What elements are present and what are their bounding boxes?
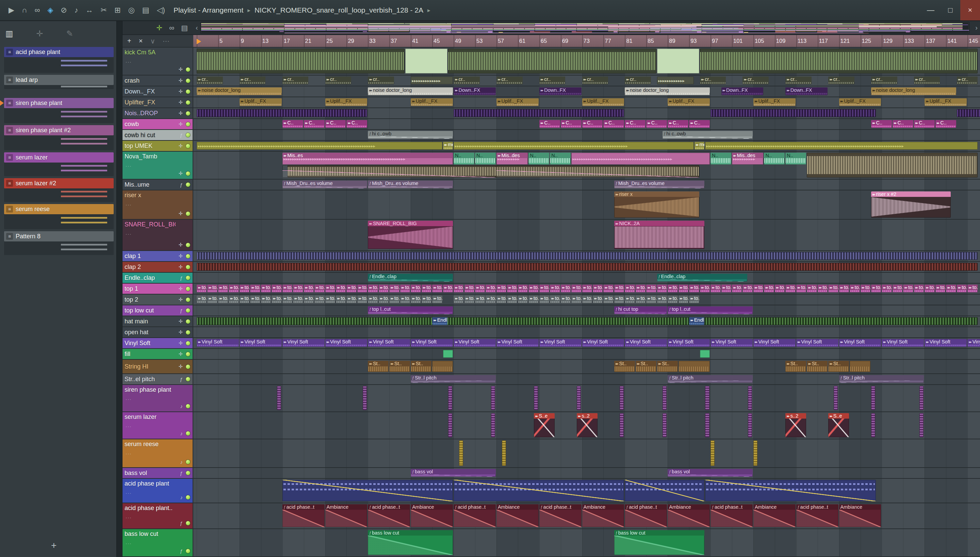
audio-clip[interactable] (534, 386, 538, 410)
audio-clip[interactable] (454, 109, 624, 117)
audio-clip[interactable]: ▸▸to.. (839, 285, 849, 292)
audio-clip[interactable] (502, 440, 506, 466)
audio-clip[interactable]: ▸▸St.. (828, 361, 849, 372)
audio-clip[interactable]: ▸▸s..2 (786, 413, 806, 437)
audio-clip[interactable]: ▸▸Uplif.._FX (240, 98, 282, 106)
audio-clip[interactable]: ▸▸to.. (261, 285, 271, 292)
audio-clip[interactable]: ▸▸to.. (646, 295, 656, 303)
audio-clip[interactable] (491, 386, 495, 410)
audio-clip[interactable]: ▸▸to.. (593, 295, 603, 303)
track-header[interactable]: open hat✛ (122, 327, 193, 337)
audio-clip[interactable]: ▸▸to.. (957, 285, 967, 292)
audio-clip[interactable]: ▸▸to.. (389, 295, 399, 303)
audio-clip[interactable]: ▸▸to.. (614, 285, 624, 292)
track-lane[interactable] (193, 108, 980, 118)
audio-clip[interactable]: ▸▸to.. (539, 285, 549, 292)
track-header[interactable]: clap 2✛ (122, 262, 193, 272)
mute-led[interactable] (186, 308, 190, 313)
audio-clip[interactable]: ▸▸cr.. (325, 77, 351, 84)
automation-clip[interactable]: ƒbass low cut (368, 530, 453, 555)
track-header[interactable]: String HI✛ (122, 360, 193, 373)
audio-clip[interactable]: ▸▸Vinyl Soft (197, 339, 239, 347)
play-icon[interactable]: ▶ (8, 6, 14, 14)
audio-clip[interactable]: ▸▸S..e (828, 413, 849, 437)
audio-clip[interactable] (620, 413, 624, 437)
audio-clip[interactable]: ▸▸to.. (271, 285, 281, 292)
track-lane[interactable]: ▸▸riser x▸▸riser x #2 (193, 191, 980, 219)
audio-clip[interactable]: ▸▸C.. (936, 120, 956, 128)
audio-clip[interactable]: ▸▸to.. (432, 285, 442, 292)
audio-clip[interactable]: ▸▸to.. (796, 285, 806, 292)
mute-led[interactable] (186, 521, 190, 525)
audio-clip[interactable]: ▸▸Vinyl Soft (497, 339, 539, 347)
audio-clip[interactable]: ▸▸Vinyl Soft (325, 339, 368, 347)
mute-led[interactable] (186, 287, 190, 291)
track-lane[interactable]: ▸▸Uplif.._FX▸▸Uplif.._FX▸▸Uplif.._FX▸▸Up… (193, 97, 980, 107)
audio-clip[interactable]: ▸▸to.. (571, 285, 581, 292)
audio-clip[interactable] (448, 386, 452, 410)
audio-clip[interactable] (663, 386, 666, 410)
audio-clip[interactable]: ▸▸to.. (314, 295, 324, 303)
mute-led[interactable] (186, 404, 190, 409)
audio-clip[interactable] (700, 350, 710, 358)
audio-clip[interactable]: ▸▸Uplif.._FX (582, 98, 624, 106)
audio-clip[interactable]: ▸▸to.. (411, 285, 421, 292)
audio-clip[interactable]: ▸▸St.. (411, 361, 431, 372)
mute-led[interactable] (186, 133, 190, 137)
audio-clip[interactable]: ▸▸noise doctor_long (368, 87, 453, 95)
automation-clip[interactable]: ƒbass low cut (614, 530, 704, 555)
audio-clip[interactable]: ▸▸Uplif.._FX (924, 98, 967, 106)
audio-clip[interactable]: N.. (764, 153, 785, 164)
audio-clip[interactable]: ▸▸to.. (411, 295, 421, 303)
mute-led[interactable] (186, 243, 190, 247)
audio-clip[interactable]: ▸▸riser x #2 (871, 191, 951, 218)
audio-clip[interactable]: ▸▸cr.. (582, 77, 608, 84)
track-lane[interactable] (193, 327, 980, 337)
track-lane[interactable]: ▸▸cr..▸▸cr..▸▸cr..▸▸cr..▸▸cr..▸▸▸▸▸▸▸▸▸▸… (193, 75, 980, 86)
automation-clip[interactable]: Ambiance (582, 504, 624, 527)
audio-clip[interactable]: ▸▸to.. (218, 295, 228, 303)
audio-clip[interactable]: ▸▸to.. (368, 295, 378, 303)
audio-clip[interactable]: ▸▸to.. (614, 295, 624, 303)
audio-clip[interactable]: ▸▸to.. (507, 285, 517, 292)
track-lane[interactable]: ▸▸to..▸▸to..▸▸to..▸▸to..▸▸to..▸▸to..▸▸to… (193, 295, 980, 305)
track-header[interactable]: Vinyl Soft✛ (122, 338, 193, 348)
audio-clip[interactable]: ▸▸SNARE_ROLL_BIG (368, 221, 453, 249)
audio-clip[interactable]: ▸▸Down..FX (539, 87, 581, 95)
audio-clip[interactable]: ▸▸▸▸▸▸▸▸▸▸▸▸ (657, 77, 694, 84)
mute-led[interactable] (186, 111, 190, 116)
track-lane[interactable] (193, 251, 980, 261)
audio-clip[interactable]: N.. (475, 153, 496, 164)
audio-clip[interactable]: ▸▸to.. (657, 285, 667, 292)
audio-clip[interactable]: ▸▸cr.. (539, 77, 565, 84)
audio-clip[interactable]: ▸▸to.. (400, 295, 410, 303)
audio-clip[interactable]: ▸▸to.. (924, 285, 934, 292)
audio-clip[interactable]: ▸▸to.. (603, 285, 613, 292)
audio-clip[interactable]: ▸▸Endl..hat (689, 317, 704, 325)
mute-led[interactable] (186, 377, 190, 381)
audio-clip[interactable]: ▸▸cr.. (368, 77, 394, 84)
audio-clip[interactable]: ▸▸C.. (539, 120, 560, 128)
audio-clip[interactable]: ▸▸to.. (207, 295, 217, 303)
audio-clip[interactable]: ▸▸St.. (368, 361, 389, 372)
audio-clip[interactable]: ▸▸C.. (283, 120, 303, 128)
mute-led[interactable] (186, 144, 190, 148)
audio-clip[interactable]: ▸▸to.. (464, 295, 474, 303)
track-header[interactable]: Endle..clapƒ (122, 273, 193, 283)
meter-icon[interactable]: ▤ (142, 6, 149, 14)
automation-clip[interactable]: Ambiance (753, 504, 795, 527)
audio-clip[interactable]: ▸▸to.. (657, 295, 667, 303)
track-header[interactable]: Uplifter_FX✛ (122, 97, 193, 107)
audio-clip[interactable]: ▸▸to.. (229, 285, 238, 292)
audio-clip[interactable]: ▸▸to.. (753, 285, 763, 292)
audio-clip[interactable]: ▸▸to.. (389, 285, 399, 292)
track-header[interactable]: riser x...✛ (122, 191, 193, 219)
track-header[interactable]: SNARE_ROLL_BIG...✛ (122, 220, 193, 250)
audio-clip[interactable]: ▸▸Vinyl Soft (839, 339, 881, 347)
audio-clip[interactable]: ▸▸C.. (304, 120, 325, 128)
track-lane[interactable]: ƒStr..l pitchƒStr..l pitchƒStr..l pitch (193, 374, 980, 384)
zoom-tool-icon[interactable]: ◎ (128, 6, 135, 14)
audio-clip[interactable]: ▸▸C.. (625, 120, 645, 128)
pl-slide-icon[interactable]: ∞ (169, 24, 174, 32)
minimap-left-arrow[interactable]: ‹ (193, 24, 201, 32)
